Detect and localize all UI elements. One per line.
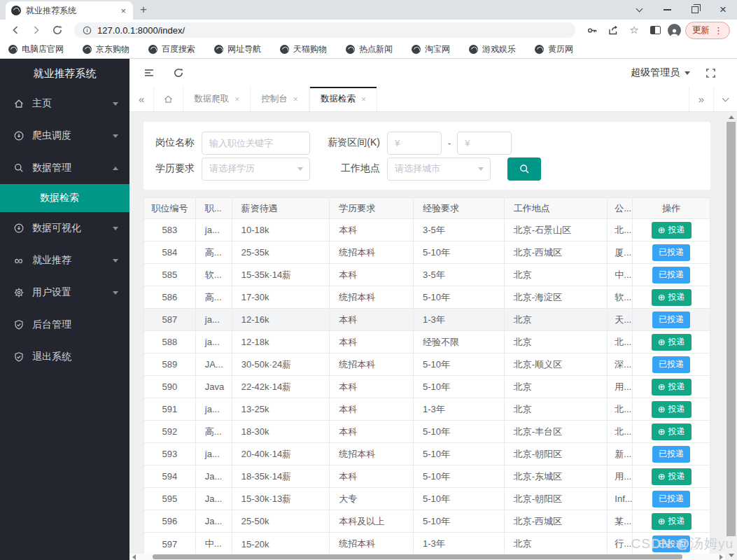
salary-min-input[interactable]	[387, 132, 442, 155]
collapse-menu-icon[interactable]	[143, 67, 155, 78]
search-filter-card: 岗位名称 薪资区间(K) - 学历要求 请选择学历 工作地点	[143, 122, 710, 190]
bookmark-favicon	[8, 45, 17, 54]
cell-job-title: ja...	[196, 331, 232, 354]
sidebar-item-crawler-schedule[interactable]: 爬虫调度	[0, 120, 129, 152]
cell-salary: 15-20k	[232, 533, 330, 555]
fullscreen-icon[interactable]	[706, 68, 716, 78]
sidebar-item-logout[interactable]: 退出系统	[0, 341, 129, 373]
table-row: 588 ja... 12-18k 本科 经验不限 北京 北... 投递	[144, 331, 710, 354]
apply-button[interactable]: 已投递	[652, 491, 690, 507]
tabs-scroll-right-icon[interactable]	[689, 87, 713, 111]
password-key-icon[interactable]	[584, 22, 601, 38]
minimize-button[interactable]	[653, 0, 681, 20]
tabs-scroll-left-icon[interactable]	[129, 87, 154, 111]
apply-button[interactable]: 已投递	[652, 267, 690, 284]
apply-button[interactable]: 已投递	[652, 356, 690, 373]
apply-button[interactable]: 投递	[652, 513, 692, 530]
tab-close-icon[interactable]	[234, 94, 239, 104]
tab-close-icon[interactable]	[293, 94, 298, 104]
forward-icon[interactable]	[28, 22, 45, 38]
info-icon[interactable]	[83, 26, 92, 35]
bookmark-item[interactable]: 京东购物	[83, 43, 129, 55]
bookmark-item[interactable]: 游戏娱乐	[469, 43, 516, 55]
apply-button[interactable]: 投递	[652, 401, 692, 418]
tab-console[interactable]: 控制台	[251, 87, 309, 111]
back-icon[interactable]	[7, 22, 24, 38]
cell-education: 本科	[330, 376, 414, 398]
horizontal-scrollbar[interactable]	[129, 554, 725, 560]
chrome-update-button[interactable]: 更新	[685, 22, 730, 39]
cell-education: 本科	[330, 331, 414, 354]
scroll-left-arrow-icon[interactable]	[129, 554, 138, 560]
bookmark-item[interactable]: 百度搜索	[148, 43, 195, 55]
bookmark-item[interactable]: 黄历网	[535, 43, 573, 55]
tab-data-crawl[interactable]: 数据爬取	[183, 87, 251, 111]
bookmark-item[interactable]: 淘宝网	[412, 43, 450, 55]
job-keyword-input[interactable]	[202, 132, 310, 155]
scroll-up-arrow-icon[interactable]	[725, 112, 737, 122]
scroll-right-arrow-icon[interactable]	[717, 554, 725, 560]
refresh-icon[interactable]	[173, 67, 184, 78]
bookmark-label: 游戏娱乐	[482, 43, 516, 55]
apply-button[interactable]: 投递	[652, 222, 692, 239]
apply-button[interactable]: 已投递	[652, 312, 690, 328]
share-icon[interactable]	[605, 22, 622, 38]
tabs-menu-chevron-icon[interactable]	[713, 87, 737, 111]
search-button[interactable]	[507, 158, 541, 181]
scroll-down-arrow-icon[interactable]	[725, 550, 737, 560]
reload-icon[interactable]	[49, 22, 66, 38]
tab-data-search[interactable]: 数据检索	[309, 87, 377, 111]
city-select[interactable]: 请选择城市	[387, 158, 491, 181]
side-panel-icon[interactable]	[647, 22, 664, 38]
cell-job-title: 中...	[196, 533, 232, 555]
bookmark-item[interactable]: 网址导航	[214, 43, 261, 55]
cell-experience: 1-3年	[414, 309, 505, 331]
bookmark-item[interactable]: 热点新闻	[346, 43, 393, 55]
sidebar-item-home[interactable]: 主页	[0, 88, 129, 120]
user-menu[interactable]: 超级管理员	[631, 66, 690, 79]
tab-close-icon[interactable]	[119, 6, 127, 15]
education-select[interactable]: 请选择学历	[202, 158, 310, 181]
apply-button[interactable]: 投递	[652, 424, 692, 440]
salary-max-input[interactable]	[457, 132, 512, 155]
sidebar-item-job-recommend[interactable]: 就业推荐	[0, 244, 129, 276]
apply-button[interactable]: 投递	[652, 379, 692, 396]
apply-button[interactable]: 已投递	[652, 244, 690, 261]
table-row: 597 中... 15-20k 统招本科 1-3年 北京 行... 已投递	[144, 533, 710, 555]
cell-location: 北京	[505, 533, 608, 555]
bookmark-item[interactable]: 天猫购物	[280, 43, 327, 55]
vertical-scrollbar-thumb[interactable]	[727, 122, 736, 536]
cell-company: 新...	[608, 443, 633, 465]
browser-tab[interactable]: 就业推荐系统	[6, 1, 133, 20]
apply-button[interactable]: 投递	[652, 468, 692, 485]
magnifier-icon	[519, 163, 531, 175]
tab-close-icon[interactable]	[361, 94, 366, 104]
sidebar-item-data-management[interactable]: 数据管理	[0, 152, 129, 184]
tab-search-chevron-icon[interactable]	[625, 0, 653, 20]
horizontal-scrollbar-thumb[interactable]	[153, 554, 682, 559]
new-tab-button[interactable]	[140, 3, 147, 17]
bookmark-item[interactable]: 电脑店官网	[8, 43, 64, 55]
cell-location: 北京-东城区	[505, 465, 608, 488]
browser-menu-icon[interactable]	[714, 25, 723, 36]
column-header: 职...	[196, 198, 232, 219]
cell-job-id: 583	[144, 219, 196, 241]
sidebar-item-data-search[interactable]: 数据检索	[0, 184, 129, 212]
vertical-scrollbar[interactable]	[725, 112, 737, 560]
apply-button[interactable]: 已投递	[652, 536, 690, 552]
cell-salary: 15-30k·13薪	[232, 488, 330, 510]
apply-button[interactable]: 投递	[652, 289, 692, 306]
home-tab-icon[interactable]	[154, 87, 183, 111]
apply-button[interactable]: 已投递	[652, 446, 690, 463]
restore-button[interactable]	[681, 0, 709, 20]
apply-button[interactable]: 投递	[652, 334, 692, 351]
sidebar-item-user-settings[interactable]: 用户设置	[0, 276, 129, 309]
address-bar[interactable]: 127.0.0.1:8000/index/	[74, 22, 575, 38]
sidebar-item-admin[interactable]: 后台管理	[0, 309, 129, 341]
bookmark-star-icon[interactable]	[626, 22, 643, 38]
tab-label: 数据爬取	[194, 93, 229, 105]
sidebar-item-data-visualization[interactable]: 数据可视化	[0, 212, 129, 244]
profile-avatar[interactable]	[668, 24, 681, 37]
close-window-button[interactable]	[709, 0, 737, 20]
cell-location: 北京-西城区	[505, 241, 608, 264]
